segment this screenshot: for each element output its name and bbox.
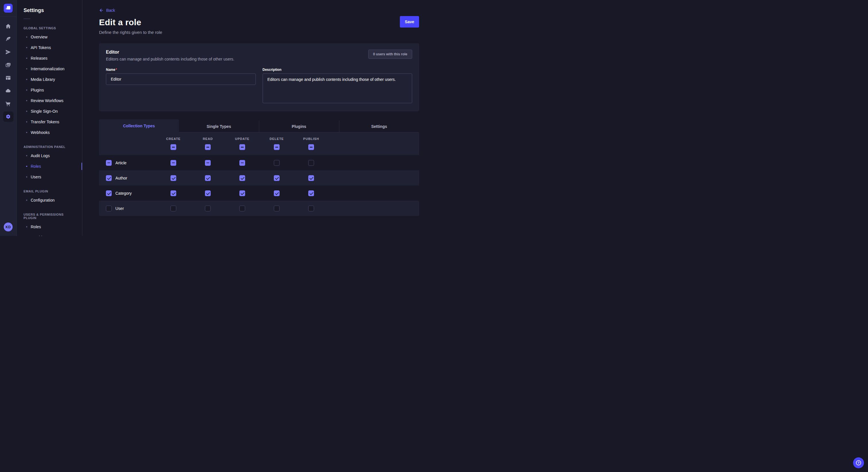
- users-with-role-button[interactable]: 0 users with this role: [368, 49, 412, 59]
- back-link[interactable]: Back: [99, 8, 115, 12]
- nav-item-releases[interactable]: Releases: [17, 53, 82, 63]
- rail-item-content[interactable]: [3, 34, 13, 44]
- perm-cell: [294, 175, 329, 181]
- nav-item-overview[interactable]: Overview: [17, 32, 82, 42]
- perm-cell: [156, 206, 191, 211]
- rail-item-cloud[interactable]: [3, 86, 13, 96]
- tab-plugins[interactable]: Plugins: [259, 121, 339, 133]
- nav-item-providers[interactable]: Providers: [17, 232, 82, 236]
- description-textarea[interactable]: Editors can manage and publish contents …: [262, 73, 412, 103]
- name-field-label: Name*: [106, 68, 256, 72]
- author-delete-checkbox[interactable]: [274, 175, 280, 181]
- nav-item-users[interactable]: Users: [17, 171, 82, 182]
- rail-item-settings[interactable]: [3, 111, 13, 122]
- required-asterisk: *: [116, 68, 117, 72]
- nav-item-label: Overview: [31, 35, 48, 39]
- user-row-checkbox[interactable]: [106, 206, 112, 211]
- perm-row-header-article: Article: [99, 160, 156, 166]
- nav-section: USERS & PERMISSIONS PLUGINRolesProviders: [17, 213, 82, 236]
- nav-item-label: Review Workflows: [31, 98, 63, 103]
- perm-cell: [259, 191, 294, 196]
- nav-item-api-tokens[interactable]: API Tokens: [17, 42, 82, 53]
- nav-section: ADMINISTRATION PANELAudit LogsRolesUsers: [17, 145, 82, 182]
- rail-item-marketplace[interactable]: [3, 99, 13, 109]
- back-label: Back: [106, 8, 115, 12]
- cloud-icon: [5, 88, 11, 94]
- category-publish-checkbox[interactable]: [308, 191, 314, 196]
- author-read-checkbox[interactable]: [205, 175, 211, 181]
- perm-row-article: Article: [99, 155, 419, 170]
- rail-item-home[interactable]: [3, 21, 13, 32]
- rail-item-deploy[interactable]: [3, 47, 13, 57]
- article-read-checkbox[interactable]: [205, 160, 211, 166]
- select-all-publish-checkbox[interactable]: [308, 144, 314, 150]
- perm-cell: [191, 206, 225, 211]
- article-publish-checkbox[interactable]: [308, 160, 314, 166]
- author-update-checkbox[interactable]: [239, 175, 245, 181]
- author-row-checkbox[interactable]: [106, 175, 112, 181]
- subnav-title: Settings: [17, 0, 82, 13]
- nav-item-audit-logs[interactable]: Audit Logs: [17, 150, 82, 161]
- settings-subnav: Settings GLOBAL SETTINGSOverviewAPI Toke…: [17, 0, 82, 236]
- article-create-checkbox[interactable]: [170, 160, 176, 166]
- avatar[interactable]: KD: [4, 223, 12, 231]
- header-trailing-spacer: [329, 137, 419, 150]
- nav-item-configuration[interactable]: Configuration: [17, 195, 82, 205]
- subnav-divider: [24, 19, 30, 19]
- user-create-checkbox[interactable]: [170, 206, 176, 211]
- select-all-read-checkbox[interactable]: [205, 144, 211, 150]
- category-read-checkbox[interactable]: [205, 191, 211, 196]
- perm-row-header-user: User: [99, 206, 156, 211]
- user-read-checkbox[interactable]: [205, 206, 211, 211]
- nav-item-label: Providers: [31, 235, 48, 236]
- bullet-icon: [26, 166, 27, 167]
- author-publish-checkbox[interactable]: [308, 175, 314, 181]
- nav-section-label: EMAIL PLUGIN: [17, 190, 82, 193]
- main-icon-rail: KD: [0, 0, 17, 236]
- tab-single-types[interactable]: Single Types: [179, 121, 259, 133]
- user-update-checkbox[interactable]: [239, 206, 245, 211]
- name-input[interactable]: [106, 73, 256, 85]
- nav-item-plugins[interactable]: Plugins: [17, 85, 82, 95]
- content-manager-icon: [5, 75, 11, 81]
- perm-row-category: Category: [99, 186, 419, 201]
- perm-row-header-author: Author: [99, 175, 156, 181]
- article-delete-checkbox[interactable]: [274, 160, 280, 166]
- perm-row-header-category: Category: [99, 191, 156, 196]
- tab-settings[interactable]: Settings: [339, 121, 419, 133]
- category-create-checkbox[interactable]: [170, 191, 176, 196]
- rail-item-media-library[interactable]: [3, 60, 13, 70]
- nav-item-roles[interactable]: Roles: [17, 222, 82, 232]
- article-update-checkbox[interactable]: [239, 160, 245, 166]
- perm-cell: [259, 206, 294, 211]
- select-all-create-checkbox[interactable]: [170, 144, 176, 150]
- bullet-icon: [26, 111, 27, 112]
- user-delete-checkbox[interactable]: [274, 206, 280, 211]
- nav-item-media-library[interactable]: Media Library: [17, 74, 82, 85]
- nav-item-single-sign-on[interactable]: Single Sign-On: [17, 106, 82, 116]
- perm-row-label-text: User: [115, 206, 124, 211]
- user-publish-checkbox[interactable]: [308, 206, 314, 211]
- nav-item-webhooks[interactable]: Webhooks: [17, 127, 82, 138]
- nav-item-internationalization[interactable]: Internationalization: [17, 63, 82, 74]
- nav-item-review-workflows[interactable]: Review Workflows: [17, 95, 82, 106]
- nav-item-transfer-tokens[interactable]: Transfer Tokens: [17, 116, 82, 127]
- article-row-checkbox[interactable]: [106, 160, 112, 166]
- category-delete-checkbox[interactable]: [274, 191, 280, 196]
- category-row-checkbox[interactable]: [106, 191, 112, 196]
- strapi-logo-link[interactable]: [0, 0, 17, 17]
- perm-cell: [294, 160, 329, 166]
- nav-item-roles[interactable]: Roles: [17, 161, 82, 171]
- permissions-table: CREATEREADUPDATEDELETEPUBLISH ArticleAut…: [99, 133, 419, 216]
- select-all-delete-checkbox[interactable]: [274, 144, 280, 150]
- bullet-icon: [26, 132, 27, 133]
- perm-row-label-text: Author: [115, 176, 127, 180]
- save-button[interactable]: Save: [400, 16, 419, 28]
- rail-item-content-manager[interactable]: [3, 73, 13, 83]
- category-update-checkbox[interactable]: [239, 191, 245, 196]
- perm-column-label: CREATE: [166, 137, 181, 140]
- author-create-checkbox[interactable]: [170, 175, 176, 181]
- bullet-icon: [26, 47, 27, 48]
- select-all-update-checkbox[interactable]: [239, 144, 245, 150]
- tab-collection-types[interactable]: Collection Types: [99, 119, 179, 133]
